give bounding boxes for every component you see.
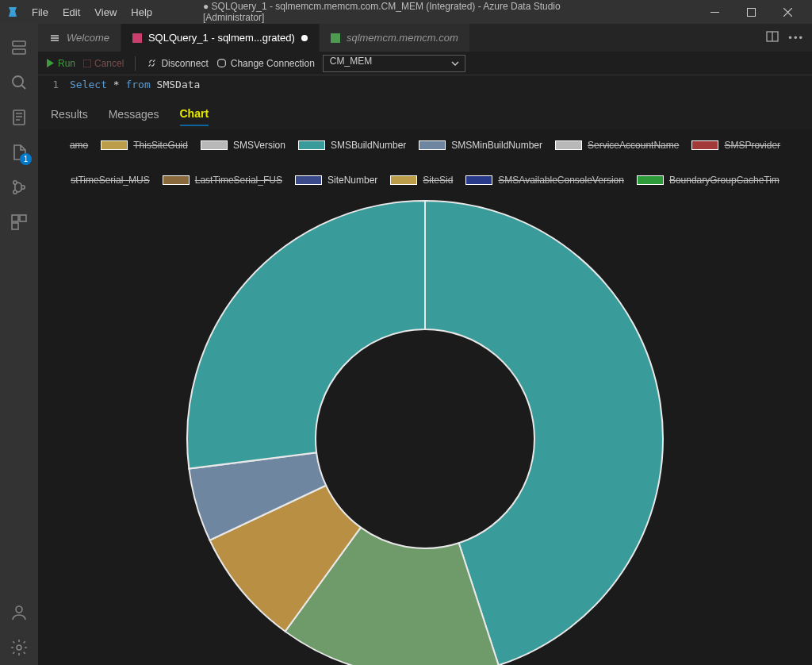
legend-swatch bbox=[390, 175, 417, 185]
legend-item[interactable]: ServiceAccountName bbox=[555, 139, 679, 152]
legend-label: ThisSiteGuid bbox=[133, 139, 188, 152]
menu-edit[interactable]: Edit bbox=[56, 3, 86, 21]
split-editor-icon[interactable] bbox=[766, 30, 779, 45]
extensions-icon[interactable] bbox=[0, 205, 38, 240]
tab-sqlquery-label: SQLQuery_1 - sqlmem...grated) bbox=[148, 32, 295, 44]
legend-item[interactable]: amo bbox=[70, 139, 88, 152]
svg-rect-15 bbox=[83, 60, 91, 67]
legend-label: SMSMinBuildNumber bbox=[451, 139, 542, 152]
svg-rect-11 bbox=[12, 223, 18, 229]
legend-swatch bbox=[295, 175, 322, 185]
legend-swatch bbox=[555, 140, 582, 150]
window-title: ● SQLQuery_1 - sqlmemcm.memcm.com.CM_MEM… bbox=[203, 1, 609, 23]
change-connection-button[interactable]: Change Connection bbox=[216, 58, 315, 69]
line-number: 1 bbox=[38, 79, 70, 90]
legend-item[interactable]: SMSBuildNumber bbox=[298, 139, 406, 152]
disconnect-button[interactable]: Disconnect bbox=[147, 58, 208, 69]
cancel-button: Cancel bbox=[83, 58, 124, 69]
run-button[interactable]: Run bbox=[46, 58, 75, 69]
legend-label: SMSVersion bbox=[233, 139, 285, 152]
maximize-button[interactable] bbox=[733, 0, 769, 24]
tab-chart[interactable]: Chart bbox=[180, 102, 209, 126]
account-icon[interactable] bbox=[0, 595, 38, 630]
tab-sqlquery[interactable]: SQLQuery_1 - sqlmem...grated) bbox=[121, 24, 320, 52]
svg-point-12 bbox=[16, 606, 22, 613]
sql-editor[interactable]: 1 Select * from SMSData bbox=[38, 75, 812, 98]
menubar: File Edit View Help bbox=[25, 3, 159, 21]
legend-swatch bbox=[691, 140, 718, 150]
tab-server-label: sqlmemcm.memcm.com bbox=[347, 32, 458, 44]
chart-area: amoThisSiteGuidSMSVersionSMSBuildNumberS… bbox=[38, 129, 812, 665]
titlebar: File Edit View Help ● SQLQuery_1 - sqlme… bbox=[0, 0, 812, 24]
window-controls bbox=[696, 0, 806, 24]
legend-label: ServiceAccountName bbox=[588, 139, 679, 152]
close-button[interactable] bbox=[769, 0, 806, 24]
tab-server[interactable]: sqlmemcm.memcm.com bbox=[320, 24, 470, 52]
keyword-select: Select bbox=[70, 79, 107, 90]
explorer-badge: 1 bbox=[20, 153, 32, 165]
menu-file[interactable]: File bbox=[25, 3, 55, 21]
svg-point-8 bbox=[21, 186, 25, 189]
search-icon[interactable] bbox=[0, 65, 38, 100]
main-area: Welcome SQLQuery_1 - sqlmem...grated) sq… bbox=[38, 24, 812, 665]
legend-swatch bbox=[163, 175, 190, 185]
legend-swatch bbox=[298, 140, 325, 150]
legend-item[interactable]: SMSMinBuildNumber bbox=[419, 139, 542, 152]
svg-rect-1 bbox=[747, 8, 755, 16]
star: * bbox=[113, 79, 120, 90]
legend-item[interactable]: ThisSiteGuid bbox=[101, 139, 188, 152]
svg-rect-9 bbox=[12, 215, 18, 221]
cancel-label: Cancel bbox=[94, 58, 124, 69]
separator bbox=[135, 56, 136, 71]
keyword-from: from bbox=[125, 79, 150, 90]
svg-rect-5 bbox=[13, 110, 25, 125]
svg-point-6 bbox=[13, 181, 17, 184]
code-line: Select * from SMSData bbox=[70, 79, 200, 90]
legend-item[interactable]: stTimeSerial_MUS bbox=[71, 174, 150, 186]
query-toolbar: Run Cancel Disconnect Change Connection … bbox=[38, 52, 812, 75]
chart-slice[interactable] bbox=[187, 201, 425, 469]
tab-welcome[interactable]: Welcome bbox=[38, 24, 121, 52]
disconnect-label: Disconnect bbox=[161, 58, 208, 69]
more-actions-icon[interactable]: ••• bbox=[788, 32, 804, 44]
notebooks-icon[interactable] bbox=[0, 100, 38, 135]
menu-help[interactable]: Help bbox=[124, 3, 159, 21]
legend-swatch bbox=[419, 140, 446, 150]
legend-label: SMSProvider bbox=[724, 139, 780, 152]
tab-actions: ••• bbox=[758, 24, 812, 52]
run-label: Run bbox=[58, 58, 75, 69]
results-tabs: Results Messages Chart bbox=[38, 98, 812, 129]
minimize-button[interactable] bbox=[696, 0, 733, 24]
legend-swatch bbox=[637, 175, 664, 185]
welcome-icon bbox=[49, 33, 60, 44]
legend-item[interactable]: SMSVersion bbox=[201, 139, 285, 152]
unsaved-dot-icon bbox=[301, 35, 308, 41]
sql-file-icon bbox=[132, 33, 142, 43]
chevron-down-icon bbox=[450, 59, 460, 71]
legend-item[interactable]: SMSProvider bbox=[691, 139, 780, 152]
source-control-icon[interactable] bbox=[0, 170, 38, 205]
server-icon bbox=[331, 33, 340, 43]
tab-results[interactable]: Results bbox=[51, 103, 88, 125]
database-select[interactable]: CM_MEM bbox=[323, 55, 465, 72]
tab-welcome-label: Welcome bbox=[67, 32, 109, 44]
svg-point-13 bbox=[17, 645, 21, 650]
svg-point-7 bbox=[13, 190, 17, 194]
identifier-table: SMSData bbox=[157, 79, 201, 90]
legend-swatch bbox=[201, 140, 228, 150]
servers-icon[interactable] bbox=[0, 30, 38, 65]
app-icon bbox=[6, 6, 19, 18]
legend-label: amo bbox=[70, 139, 88, 152]
settings-gear-icon[interactable] bbox=[0, 630, 38, 665]
legend-swatch bbox=[465, 175, 492, 185]
menu-view[interactable]: View bbox=[88, 3, 123, 21]
svg-rect-3 bbox=[13, 49, 25, 54]
svg-rect-10 bbox=[20, 215, 26, 221]
legend-label: SMSBuildNumber bbox=[331, 139, 406, 152]
explorer-icon[interactable]: 1 bbox=[0, 135, 38, 170]
legend-label: BoundaryGroupCacheTim bbox=[669, 174, 779, 186]
tab-messages[interactable]: Messages bbox=[109, 103, 159, 125]
editor-tabs: Welcome SQLQuery_1 - sqlmem...grated) sq… bbox=[38, 24, 812, 52]
database-select-value: CM_MEM bbox=[330, 56, 372, 67]
activity-bar: 1 bbox=[0, 24, 38, 665]
